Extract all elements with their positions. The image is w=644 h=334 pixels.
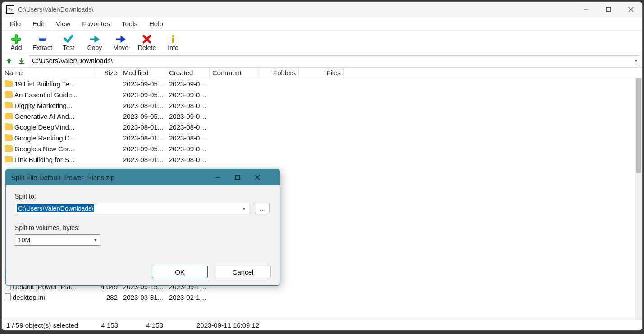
row-name: Google's New Cor...	[14, 145, 74, 153]
col-modified[interactable]: Modified	[120, 68, 166, 78]
address-value: C:\Users\Valer\Downloads\	[32, 57, 113, 64]
volumes-label: Split to volumes, bytes:	[15, 224, 271, 231]
col-folders[interactable]: Folders	[258, 68, 299, 78]
address-input[interactable]: C:\Users\Valer\Downloads\ ▾	[29, 55, 640, 66]
scrollbar[interactable]	[635, 78, 642, 320]
app-icon: 7z	[6, 5, 14, 14]
menu-view[interactable]: View	[50, 18, 76, 29]
menu-favorites[interactable]: Favorites	[77, 18, 115, 29]
table-row[interactable]: 19 List Building Te...2023-09-05...2023-…	[2, 78, 635, 89]
col-comment[interactable]: Comment	[210, 68, 258, 78]
toolbar-move[interactable]: Move	[108, 32, 133, 54]
dialog-buttons: OK Cancel	[6, 266, 280, 285]
folder-icon	[5, 81, 13, 87]
folder-icon	[5, 156, 13, 162]
delete-x-icon	[142, 34, 152, 44]
info-icon	[168, 34, 178, 44]
toolbar-delete[interactable]: Delete	[134, 32, 160, 54]
row-created: 2023-08-01...	[166, 102, 210, 109]
menu-edit[interactable]: Edit	[27, 18, 50, 29]
svg-rect-5	[39, 38, 46, 39]
scroll-thumb[interactable]	[636, 78, 641, 173]
status-total: 4 153	[121, 321, 166, 329]
row-created: 2023-08-01...	[166, 134, 210, 142]
ok-button[interactable]: OK	[152, 266, 208, 278]
table-row[interactable]: An Essential Guide...2023-09-05...2023-0…	[2, 89, 635, 100]
table-row[interactable]: Diggity Marketing...2023-08-01...2023-08…	[2, 100, 635, 111]
minimize-button[interactable]	[575, 2, 597, 17]
svg-rect-10	[236, 176, 240, 180]
status-selection: 1 / 59 object(s) selected	[4, 321, 91, 329]
row-created: 2023-02-12...	[166, 293, 210, 301]
toolbar-test-label: Test	[63, 44, 74, 51]
toolbar-copy-label: Copy	[87, 44, 102, 51]
toolbar-move-label: Move	[113, 44, 128, 51]
row-created: 2023-09-05...	[166, 113, 210, 120]
dialog-titlebar[interactable]: Split File Default_Power_Plans.zip	[6, 169, 280, 185]
folder-icon	[5, 124, 13, 130]
dialog-maximize[interactable]	[235, 175, 255, 180]
split-to-input[interactable]: C:\Users\Valer\Downloads\ ▾	[15, 203, 249, 214]
row-modified: 2023-08-01...	[120, 156, 166, 163]
cancel-button[interactable]: Cancel	[215, 266, 271, 278]
row-modified: 2023-08-01...	[120, 134, 166, 142]
table-row[interactable]: Google Ranking D...2023-08-01...2023-08-…	[2, 132, 635, 143]
col-size[interactable]: Size	[94, 68, 120, 78]
table-row[interactable]: Generative AI And...2023-09-05...2023-09…	[2, 111, 635, 122]
split-dialog: Split File Default_Power_Plans.zip Split…	[5, 169, 280, 286]
volumes-input[interactable]: 10M ▾	[15, 234, 100, 246]
row-size: 282	[94, 293, 120, 301]
col-name[interactable]: Name	[2, 68, 94, 78]
row-name: desktop.ini	[13, 293, 45, 301]
menu-help[interactable]: Help	[144, 18, 169, 29]
row-name: Link Building for S...	[14, 156, 74, 163]
minus-icon	[37, 34, 47, 44]
row-modified: 2023-09-05...	[120, 145, 166, 153]
table-row[interactable]: Link Building for S...2023-08-01...2023-…	[2, 154, 635, 165]
status-date: 2023-09-11 16:09:12	[194, 321, 262, 329]
dialog-title: Split File Default_Power_Plans.zip	[11, 174, 215, 181]
dialog-body: Split to: C:\Users\Valer\Downloads\ ▾ ..…	[6, 185, 280, 266]
column-header: Name Size Modified Created Comment Folde…	[2, 68, 642, 78]
statusbar: 1 / 59 object(s) selected 4 153 4 153 20…	[2, 320, 642, 330]
dialog-close[interactable]	[255, 175, 274, 180]
toolbar-extract-label: Extract	[32, 44, 52, 51]
download-arrow-icon[interactable]	[16, 55, 27, 66]
folder-icon	[5, 102, 13, 108]
volumes-value: 10M	[17, 236, 31, 244]
folder-icon	[5, 113, 13, 119]
table-row[interactable]: desktop.ini2822023-03-31...2023-02-12...	[2, 292, 635, 302]
menu-file[interactable]: File	[5, 18, 26, 29]
row-created: 2023-09-05...	[166, 80, 210, 88]
toolbar-copy[interactable]: Copy	[82, 32, 107, 54]
row-name: Google DeepMind...	[14, 123, 74, 131]
menubar: File Edit View Favorites Tools Help	[2, 17, 642, 31]
toolbar-add[interactable]: Add	[4, 32, 29, 54]
chevron-down-icon: ▾	[94, 238, 98, 243]
toolbar-info[interactable]: Info	[160, 32, 186, 54]
row-modified: 2023-09-05...	[120, 113, 166, 120]
browse-button[interactable]: ...	[255, 203, 270, 214]
dialog-minimize[interactable]	[215, 175, 235, 180]
col-created[interactable]: Created	[166, 68, 210, 78]
folder-icon	[5, 145, 13, 152]
up-button[interactable]	[4, 55, 14, 66]
row-name: Diggity Marketing...	[14, 102, 72, 109]
row-name: 19 List Building Te...	[14, 80, 75, 88]
row-modified: 2023-09-05...	[120, 91, 166, 99]
menu-tools[interactable]: Tools	[116, 18, 143, 29]
table-row[interactable]: Google's New Cor...2023-09-05...2023-09-…	[2, 143, 635, 154]
toolbar-test[interactable]: Test	[56, 32, 81, 54]
maximize-button[interactable]	[597, 2, 620, 17]
svg-rect-1	[607, 8, 611, 12]
split-to-value: C:\Users\Valer\Downloads\	[17, 204, 94, 212]
toolbar-add-label: Add	[11, 44, 22, 51]
window-title: C:\Users\Valer\Downloads\	[18, 6, 575, 13]
check-icon	[64, 34, 73, 44]
chevron-down-icon: ▾	[243, 206, 247, 211]
toolbar-extract[interactable]: Extract	[30, 32, 55, 54]
close-button[interactable]	[620, 2, 642, 17]
table-row[interactable]: Google DeepMind...2023-08-01...2023-08-0…	[2, 122, 635, 132]
row-created: 2023-09-05...	[166, 145, 210, 153]
col-files[interactable]: Files	[299, 68, 344, 78]
